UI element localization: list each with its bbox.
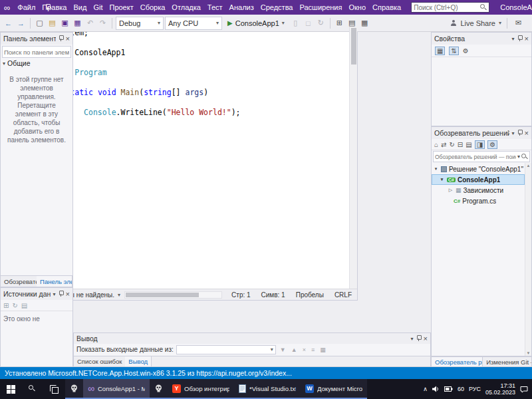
close-icon[interactable]: ×: [66, 290, 70, 298]
feedback-icon[interactable]: ✉: [513, 19, 524, 27]
restart-icon[interactable]: ↻: [315, 19, 327, 27]
editor-horizontal-scrollbar[interactable]: [124, 291, 222, 299]
taskbar-app-notepad[interactable]: *Visual Studio.txt -...: [234, 379, 301, 399]
toolbox-search-input[interactable]: [4, 49, 69, 56]
categorized-icon[interactable]: ▦: [435, 47, 445, 55]
open-file-icon[interactable]: ▤: [47, 19, 58, 27]
chevron-down-icon[interactable]: ▾: [118, 292, 120, 298]
action-center-icon[interactable]: [520, 386, 528, 393]
new-file-icon[interactable]: ▢: [34, 19, 45, 27]
close-icon[interactable]: ×: [525, 129, 529, 137]
menu-item-build[interactable]: Сборка: [137, 3, 169, 11]
property-pages-icon[interactable]: ⚙: [463, 47, 469, 55]
collapse-all-icon[interactable]: ⊟: [458, 141, 463, 148]
taskbar-app-word[interactable]: W Документ Microso...: [301, 379, 367, 399]
add-data-source-icon[interactable]: ⊞: [3, 302, 9, 309]
solution-explorer-toolbar-icon[interactable]: ▦: [359, 19, 370, 27]
menu-item-help[interactable]: Справка: [369, 3, 404, 11]
navigate-back-icon[interactable]: ←: [3, 19, 14, 27]
live-share-control[interactable]: Live Share ▾ ✉: [450, 18, 529, 29]
undo-icon[interactable]: ↶: [84, 19, 96, 27]
home-icon[interactable]: ⌂: [434, 141, 438, 148]
taskbar-search-button[interactable]: [22, 379, 43, 399]
show-hidden-icons-chevron[interactable]: ∧: [423, 386, 428, 392]
save-icon[interactable]: ▣: [59, 19, 70, 27]
pin-icon[interactable]: [517, 35, 522, 42]
properties-header[interactable]: Свойства ▾ ×: [432, 33, 531, 45]
solution-platforms-dropdown[interactable]: Any CPU ▾: [165, 17, 222, 30]
navigate-forward-icon[interactable]: →: [15, 19, 27, 27]
solution-search-box[interactable]: ▾: [433, 151, 530, 162]
toolbox-header[interactable]: Панель элементов ×: [1, 33, 72, 45]
close-icon[interactable]: ×: [66, 35, 70, 43]
tab-output[interactable]: Вывод: [125, 356, 152, 366]
clear-output-icon[interactable]: ×: [301, 346, 307, 353]
status-spaces[interactable]: Пробелы: [291, 291, 329, 299]
status-line-ending[interactable]: CRLF: [329, 291, 357, 299]
taskbar-app-skull[interactable]: [150, 379, 168, 399]
pin-icon[interactable]: [416, 335, 421, 342]
sync-with-active-document-icon[interactable]: ▤: [466, 141, 471, 148]
expander-icon[interactable]: ▾: [433, 166, 439, 172]
solution-explorer-header[interactable]: Обозреватель решений ▾ ×: [432, 127, 531, 139]
scrollbar-thumb[interactable]: [351, 28, 356, 65]
expander-icon[interactable]: ▷: [448, 188, 454, 193]
alphabetical-icon[interactable]: ⇅: [449, 47, 458, 55]
chevron-down-icon[interactable]: ▾: [512, 36, 515, 42]
pin-icon[interactable]: [59, 291, 63, 297]
menu-item-git[interactable]: Git: [90, 3, 106, 11]
start-button[interactable]: [0, 379, 22, 399]
tab-server-explorer[interactable]: Обозревате...: [1, 276, 37, 287]
quick-search-input[interactable]: [414, 4, 480, 11]
properties-shortcut-icon[interactable]: ⚙: [487, 140, 497, 149]
menu-item-test[interactable]: Тест: [204, 3, 226, 11]
pin-icon[interactable]: [59, 35, 63, 42]
volume-icon[interactable]: [432, 386, 440, 392]
find-message-icon[interactable]: ▼: [279, 346, 287, 353]
output-header[interactable]: Вывод ▾ ×: [74, 333, 430, 344]
chevron-down-icon[interactable]: ▾: [53, 291, 56, 297]
menu-item-edit[interactable]: Правка: [39, 3, 70, 11]
toolbox-section-general[interactable]: ▾ Общие: [1, 58, 72, 68]
break-all-icon[interactable]: ▯: [290, 19, 301, 27]
clock[interactable]: 17:31 05.02.2023: [485, 382, 515, 396]
editor-vertical-scrollbar[interactable]: [349, 27, 357, 289]
refresh-icon[interactable]: ↻: [449, 141, 454, 148]
goto-message-icon[interactable]: ▦: [319, 346, 327, 353]
toolbox-search-box[interactable]: [2, 46, 71, 58]
scroll-up-icon[interactable]: ▲: [527, 164, 531, 168]
switch-views-icon[interactable]: ⇄: [441, 141, 446, 148]
pin-icon[interactable]: [45, 4, 50, 11]
chevron-down-icon[interactable]: ▾: [411, 336, 414, 342]
redo-icon[interactable]: ↷: [97, 19, 108, 27]
configure-icon[interactable]: ▤: [21, 302, 27, 309]
tab-toolbox[interactable]: Панель эле...: [37, 276, 72, 287]
tree-item-dependencies[interactable]: ▷ ▦ Зависимости: [432, 185, 525, 196]
taskbar-app-visual-studio[interactable]: ∞ ConsoleApp1 - Mic...: [83, 379, 150, 399]
menu-item-analyze[interactable]: Анализ: [226, 3, 257, 11]
save-all-icon[interactable]: ▦: [72, 19, 83, 27]
menu-item-window[interactable]: Окно: [345, 3, 369, 11]
scroll-down-icon[interactable]: ▼: [527, 351, 531, 355]
chevron-down-icon[interactable]: ▾: [512, 130, 515, 136]
data-sources-header[interactable]: Источники данных ▾ ×: [1, 288, 72, 300]
menu-item-project[interactable]: Проект: [106, 3, 136, 11]
taskbar-app-yandex[interactable]: Y Обзор интегриров...: [168, 379, 234, 399]
tab-git-changes[interactable]: Изменения Git — п...: [483, 357, 531, 366]
solution-search-input[interactable]: [435, 154, 516, 160]
task-view-button[interactable]: [43, 379, 65, 399]
menu-item-extensions[interactable]: Расширения: [296, 3, 345, 11]
show-all-files-icon[interactable]: ◨: [475, 140, 485, 149]
language-indicator[interactable]: РУС: [469, 386, 481, 392]
step-into-icon[interactable]: ⊞: [334, 19, 345, 27]
tree-item-project[interactable]: ▾ C# ConsoleApp1: [432, 174, 525, 185]
toggle-wrap-icon[interactable]: ≡: [310, 346, 316, 353]
previous-message-icon[interactable]: ▲: [290, 346, 299, 353]
tree-item-program-cs[interactable]: C# Program.cs: [432, 196, 525, 206]
stop-debugging-icon[interactable]: □: [303, 19, 314, 27]
taskbar-app-pinned[interactable]: [65, 379, 83, 399]
battery-icon[interactable]: [444, 386, 453, 392]
close-icon[interactable]: ×: [424, 334, 428, 342]
expander-icon[interactable]: ▾: [439, 177, 445, 182]
pin-icon[interactable]: [517, 130, 522, 136]
